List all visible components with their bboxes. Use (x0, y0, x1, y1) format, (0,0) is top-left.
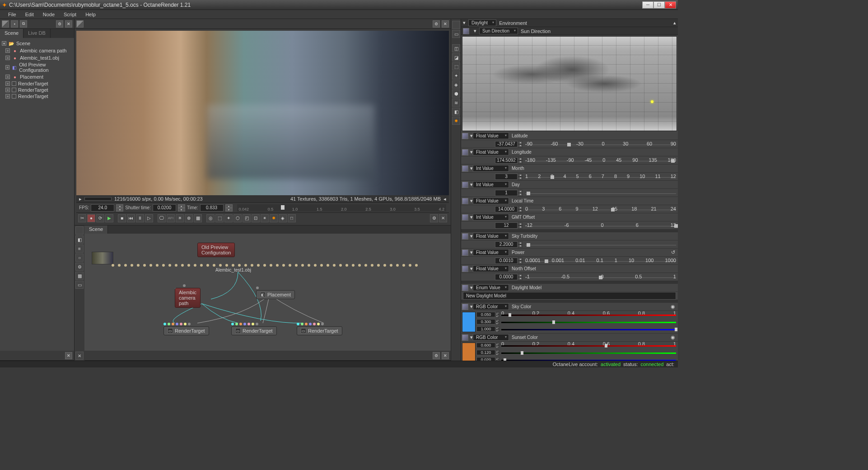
panel-icon[interactable] (76, 20, 84, 28)
day-slider[interactable] (525, 190, 676, 196)
checker-icon[interactable]: ▩ (75, 272, 84, 280)
menu-node[interactable]: Node (38, 12, 59, 17)
light-icon[interactable]: ○ (75, 254, 84, 262)
tree-item[interactable]: +●Placement (2, 73, 72, 80)
tool-icon[interactable]: ⬡ (233, 214, 242, 222)
menu-edit[interactable]: Edit (21, 12, 38, 17)
save-icon[interactable]: ▪ (11, 20, 18, 28)
northoffset-input[interactable]: 0.0000 (495, 274, 518, 280)
tool-icon[interactable]: ⬢ (452, 89, 460, 98)
node-graph[interactable]: Old Preview Configuration Alembic_test1.… (84, 234, 451, 351)
wrench-icon[interactable]: ⚙ (56, 20, 63, 28)
close-button[interactable]: ✕ (665, 1, 676, 9)
gear-icon[interactable]: ⚙ (75, 263, 84, 271)
expand-icon[interactable]: ✕ (442, 20, 449, 28)
shutter-input[interactable]: 0.0200 (153, 204, 176, 212)
tool-icon[interactable]: ◫ (452, 44, 460, 52)
tool-icon[interactable]: ◰ (243, 214, 251, 222)
tool-icon[interactable]: □ (288, 214, 296, 222)
turbidity-input[interactable]: 2.2000 (495, 241, 518, 248)
node-render-target[interactable]: ▭RenderTarget (163, 326, 209, 335)
expand-icon[interactable]: ✕ (65, 20, 72, 28)
month-slider[interactable]: 123456789101112 (525, 174, 676, 180)
expand-icon[interactable]: ✕ (65, 352, 72, 359)
sun-icon[interactable]: ☀ (176, 214, 184, 222)
longitude-slider[interactable]: -180-135-90-4504590135180 (525, 157, 676, 164)
menu-help[interactable]: Help (81, 12, 100, 17)
node-old-preview[interactable]: Old Preview Configuration (197, 243, 235, 257)
pause-button[interactable]: ⏸ (136, 214, 144, 222)
sun-marker[interactable] (651, 100, 653, 103)
timeline-ruler[interactable]: 0.0420.51.01.52.02.53.03.54.2 (237, 204, 446, 212)
eye-icon[interactable]: ◉ (671, 334, 675, 340)
tab-scene[interactable]: Scene (0, 29, 23, 38)
tree-item[interactable]: +●Alembic camera path (2, 47, 72, 54)
grid-icon[interactable]: ▦ (194, 214, 202, 222)
tool-icon[interactable]: ✦ (224, 214, 233, 222)
tree-item[interactable]: +RenderTarget (2, 93, 72, 99)
wrench-icon[interactable]: ⚙ (430, 214, 438, 222)
power-input[interactable]: 0.0010 (495, 258, 518, 264)
env-selector[interactable]: Daylight (468, 19, 496, 26)
image-icon[interactable]: ▭ (452, 30, 460, 38)
gmt-input[interactable]: 12 (495, 222, 518, 229)
expand-icon[interactable]: ✕ (442, 352, 449, 359)
copy-icon[interactable]: ⧉ (20, 20, 27, 28)
playhead[interactable] (281, 205, 285, 210)
refresh-icon[interactable]: ⟳ (96, 214, 104, 222)
tool-icon[interactable]: ◪ (452, 53, 460, 61)
tree-item[interactable]: +RenderTarget (2, 80, 72, 87)
node-render-target[interactable]: ▭RenderTarget (297, 326, 342, 335)
monitor-icon[interactable]: 🖵 (158, 214, 166, 222)
tool-icon[interactable]: ◧ (452, 108, 460, 116)
tool-icon[interactable]: ⊡ (252, 214, 260, 222)
node-render-target[interactable]: ▭RenderTarget (231, 326, 277, 335)
panel-icon[interactable] (2, 20, 9, 28)
power-slider[interactable]: 0.00010.0010.010.11101001000 (525, 258, 676, 264)
tool-icon[interactable]: ◈ (452, 80, 460, 89)
sunset-color-swatch[interactable] (462, 343, 476, 361)
expand-icon[interactable]: ✕ (439, 214, 447, 222)
latitude-slider[interactable]: -90-60-300306090 (525, 141, 676, 147)
tree-item[interactable]: +●Alembic_test1.obj (2, 54, 72, 61)
longitude-input[interactable]: 174.5092 (495, 157, 518, 164)
tool-icon[interactable]: ⬚ (215, 214, 224, 222)
render-image[interactable] (76, 31, 449, 195)
turbidity-slider[interactable] (525, 241, 676, 248)
wrench-icon[interactable]: ⚙ (433, 352, 440, 359)
localtime-input[interactable]: 14.0000 (495, 206, 518, 212)
afi-label[interactable]: AFI (167, 214, 175, 222)
rewind-button[interactable]: ⏮ (127, 214, 135, 222)
panel-icon[interactable] (452, 21, 460, 29)
tool-icon[interactable]: ≋ (452, 99, 460, 107)
cube-icon[interactable]: ◧ (75, 235, 84, 244)
tool-icon[interactable]: ◈ (279, 214, 287, 222)
northoffset-slider[interactable]: -1-0.500.51 (525, 274, 676, 280)
node-camera-path[interactable]: Alembic camera path (175, 288, 201, 308)
tool-icon[interactable]: ✴ (261, 214, 269, 222)
play-button[interactable]: ▶ (105, 214, 113, 222)
stop-button[interactable]: ■ (118, 214, 126, 222)
image-icon[interactable]: ▭ (75, 281, 84, 289)
graph-tab-scene[interactable]: Scene (84, 226, 108, 234)
sun-dir-selector[interactable]: Sun Direction (479, 28, 518, 34)
time-input[interactable]: 0.833 (200, 204, 224, 212)
tool-icon[interactable]: ⬚ (452, 62, 460, 70)
node-placement[interactable]: ◧Placement (256, 290, 295, 299)
month-input[interactable]: 3 (495, 174, 518, 180)
target-icon[interactable]: ⊕ (185, 214, 193, 222)
menu-script[interactable]: Script (59, 12, 81, 17)
maximize-button[interactable]: ☐ (653, 1, 665, 9)
model-select[interactable]: New Daylight Model (463, 292, 676, 300)
layers-icon[interactable]: ≡ (75, 244, 84, 253)
sky-color-swatch[interactable] (462, 312, 476, 332)
tool-icon[interactable]: ✦ (452, 71, 460, 80)
panel-icon[interactable] (75, 226, 84, 235)
world-map[interactable] (462, 36, 677, 131)
flame-icon[interactable]: ✸ (452, 117, 460, 125)
play2-button[interactable]: ▷ (145, 214, 153, 222)
menu-file[interactable]: File (4, 12, 21, 17)
map-toggle[interactable] (463, 28, 469, 34)
tree-item[interactable]: +◧Old Preview Configuration (2, 61, 72, 73)
expand-icon[interactable]: ✕ (75, 352, 84, 360)
